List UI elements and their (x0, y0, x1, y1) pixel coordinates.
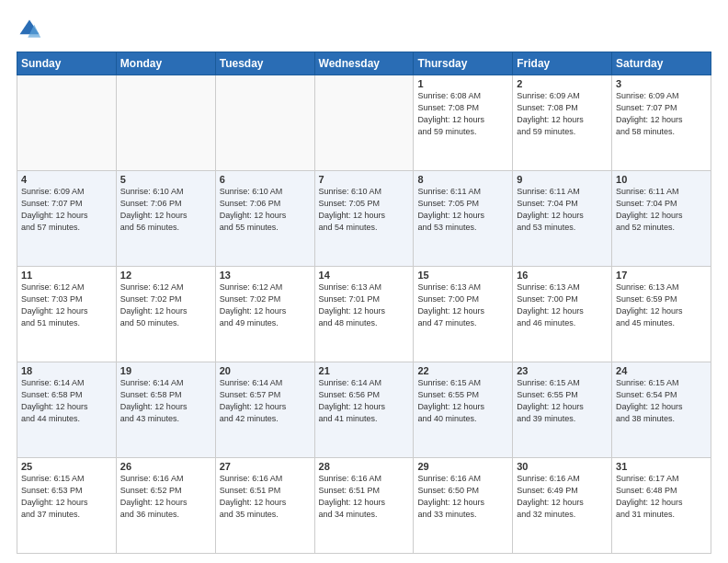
day-number: 25 (21, 461, 112, 472)
calendar-week-row: 1Sunrise: 6:08 AM Sunset: 7:08 PM Daylig… (17, 75, 711, 171)
day-number: 10 (616, 174, 707, 185)
calendar-header-sunday: Sunday (17, 52, 117, 75)
day-number: 7 (319, 174, 410, 185)
calendar-cell: 16Sunrise: 6:13 AM Sunset: 7:00 PM Dayli… (513, 267, 612, 362)
day-number: 13 (220, 270, 311, 281)
calendar-cell: 27Sunrise: 6:16 AM Sunset: 6:51 PM Dayli… (215, 458, 314, 554)
calendar-cell: 10Sunrise: 6:11 AM Sunset: 7:04 PM Dayli… (612, 171, 711, 267)
day-info: Sunrise: 6:14 AM Sunset: 6:57 PM Dayligh… (220, 377, 311, 425)
calendar-cell: 4Sunrise: 6:09 AM Sunset: 7:07 PM Daylig… (17, 171, 117, 267)
calendar-week-row: 11Sunrise: 6:12 AM Sunset: 7:03 PM Dayli… (17, 267, 711, 362)
day-number: 5 (120, 174, 211, 185)
calendar-cell: 1Sunrise: 6:08 AM Sunset: 7:08 PM Daylig… (414, 75, 513, 171)
calendar-cell: 22Sunrise: 6:15 AM Sunset: 6:55 PM Dayli… (414, 362, 513, 458)
day-info: Sunrise: 6:13 AM Sunset: 7:00 PM Dayligh… (517, 282, 608, 329)
calendar-cell: 29Sunrise: 6:16 AM Sunset: 6:50 PM Dayli… (414, 458, 513, 554)
day-number: 3 (616, 78, 707, 89)
day-info: Sunrise: 6:17 AM Sunset: 6:48 PM Dayligh… (616, 473, 707, 521)
day-number: 6 (220, 174, 311, 185)
day-number: 20 (220, 365, 311, 376)
day-info: Sunrise: 6:10 AM Sunset: 7:06 PM Dayligh… (120, 186, 211, 234)
day-number: 26 (120, 461, 211, 472)
calendar-cell: 14Sunrise: 6:13 AM Sunset: 7:01 PM Dayli… (314, 267, 414, 362)
calendar-cell: 3Sunrise: 6:09 AM Sunset: 7:07 PM Daylig… (612, 75, 711, 171)
calendar-cell: 12Sunrise: 6:12 AM Sunset: 7:02 PM Dayli… (116, 267, 215, 362)
calendar-cell: 9Sunrise: 6:11 AM Sunset: 7:04 PM Daylig… (513, 171, 612, 267)
calendar-cell: 6Sunrise: 6:10 AM Sunset: 7:06 PM Daylig… (215, 171, 314, 267)
day-number: 16 (517, 270, 608, 281)
calendar-week-row: 25Sunrise: 6:15 AM Sunset: 6:53 PM Dayli… (17, 458, 711, 554)
calendar-cell: 30Sunrise: 6:16 AM Sunset: 6:49 PM Dayli… (513, 458, 612, 554)
day-info: Sunrise: 6:09 AM Sunset: 7:07 PM Dayligh… (616, 90, 707, 138)
calendar-cell: 28Sunrise: 6:16 AM Sunset: 6:51 PM Dayli… (314, 458, 414, 554)
calendar-week-row: 4Sunrise: 6:09 AM Sunset: 7:07 PM Daylig… (17, 171, 711, 267)
day-info: Sunrise: 6:15 AM Sunset: 6:53 PM Dayligh… (21, 473, 112, 521)
day-info: Sunrise: 6:11 AM Sunset: 7:04 PM Dayligh… (616, 186, 707, 234)
day-number: 29 (417, 461, 508, 472)
day-info: Sunrise: 6:14 AM Sunset: 6:58 PM Dayligh… (120, 377, 211, 425)
day-info: Sunrise: 6:12 AM Sunset: 7:03 PM Dayligh… (21, 282, 112, 329)
day-number: 22 (417, 365, 508, 376)
day-info: Sunrise: 6:09 AM Sunset: 7:07 PM Dayligh… (21, 186, 112, 234)
calendar-header-thursday: Thursday (414, 52, 513, 75)
calendar-cell: 11Sunrise: 6:12 AM Sunset: 7:03 PM Dayli… (17, 267, 117, 362)
calendar-header-saturday: Saturday (612, 52, 711, 75)
day-number: 11 (21, 270, 112, 281)
day-number: 15 (417, 270, 508, 281)
day-info: Sunrise: 6:13 AM Sunset: 6:59 PM Dayligh… (616, 282, 707, 329)
day-number: 4 (21, 174, 112, 185)
day-info: Sunrise: 6:14 AM Sunset: 6:58 PM Dayligh… (21, 377, 112, 425)
day-info: Sunrise: 6:16 AM Sunset: 6:51 PM Dayligh… (319, 473, 410, 521)
calendar-header-tuesday: Tuesday (215, 52, 314, 75)
day-info: Sunrise: 6:10 AM Sunset: 7:05 PM Dayligh… (319, 186, 410, 234)
day-info: Sunrise: 6:16 AM Sunset: 6:49 PM Dayligh… (517, 473, 608, 521)
calendar-header-monday: Monday (116, 52, 215, 75)
logo-icon (17, 17, 42, 42)
day-info: Sunrise: 6:12 AM Sunset: 7:02 PM Dayligh… (220, 282, 311, 329)
logo (17, 17, 46, 42)
calendar-header-wednesday: Wednesday (314, 52, 414, 75)
calendar-cell: 21Sunrise: 6:14 AM Sunset: 6:56 PM Dayli… (314, 362, 414, 458)
day-info: Sunrise: 6:12 AM Sunset: 7:02 PM Dayligh… (120, 282, 211, 329)
calendar-cell: 7Sunrise: 6:10 AM Sunset: 7:05 PM Daylig… (314, 171, 414, 267)
calendar-table: SundayMondayTuesdayWednesdayThursdayFrid… (17, 52, 711, 554)
day-info: Sunrise: 6:16 AM Sunset: 6:50 PM Dayligh… (417, 473, 508, 521)
day-number: 31 (616, 461, 707, 472)
calendar-cell: 2Sunrise: 6:09 AM Sunset: 7:08 PM Daylig… (513, 75, 612, 171)
page: SundayMondayTuesdayWednesdayThursdayFrid… (0, 0, 728, 563)
day-info: Sunrise: 6:08 AM Sunset: 7:08 PM Dayligh… (417, 90, 508, 138)
calendar-cell: 18Sunrise: 6:14 AM Sunset: 6:58 PM Dayli… (17, 362, 117, 458)
day-number: 2 (517, 78, 608, 89)
day-info: Sunrise: 6:14 AM Sunset: 6:56 PM Dayligh… (319, 377, 410, 425)
day-number: 27 (220, 461, 311, 472)
calendar-cell: 26Sunrise: 6:16 AM Sunset: 6:52 PM Dayli… (116, 458, 215, 554)
calendar-cell: 19Sunrise: 6:14 AM Sunset: 6:58 PM Dayli… (116, 362, 215, 458)
day-info: Sunrise: 6:15 AM Sunset: 6:55 PM Dayligh… (517, 377, 608, 425)
day-number: 21 (319, 365, 410, 376)
day-number: 28 (319, 461, 410, 472)
header (17, 17, 711, 42)
day-info: Sunrise: 6:10 AM Sunset: 7:06 PM Dayligh… (220, 186, 311, 234)
calendar-cell (17, 75, 117, 171)
calendar-cell: 13Sunrise: 6:12 AM Sunset: 7:02 PM Dayli… (215, 267, 314, 362)
day-number: 24 (616, 365, 707, 376)
calendar-cell: 24Sunrise: 6:15 AM Sunset: 6:54 PM Dayli… (612, 362, 711, 458)
day-info: Sunrise: 6:11 AM Sunset: 7:05 PM Dayligh… (417, 186, 508, 234)
day-info: Sunrise: 6:15 AM Sunset: 6:55 PM Dayligh… (417, 377, 508, 425)
day-info: Sunrise: 6:15 AM Sunset: 6:54 PM Dayligh… (616, 377, 707, 425)
calendar-cell: 5Sunrise: 6:10 AM Sunset: 7:06 PM Daylig… (116, 171, 215, 267)
day-number: 9 (517, 174, 608, 185)
calendar-cell: 23Sunrise: 6:15 AM Sunset: 6:55 PM Dayli… (513, 362, 612, 458)
day-number: 23 (517, 365, 608, 376)
day-number: 18 (21, 365, 112, 376)
calendar-cell: 20Sunrise: 6:14 AM Sunset: 6:57 PM Dayli… (215, 362, 314, 458)
calendar-header-friday: Friday (513, 52, 612, 75)
day-number: 12 (120, 270, 211, 281)
day-info: Sunrise: 6:16 AM Sunset: 6:52 PM Dayligh… (120, 473, 211, 521)
day-info: Sunrise: 6:09 AM Sunset: 7:08 PM Dayligh… (517, 90, 608, 138)
day-number: 17 (616, 270, 707, 281)
day-info: Sunrise: 6:11 AM Sunset: 7:04 PM Dayligh… (517, 186, 608, 234)
day-number: 1 (417, 78, 508, 89)
calendar-cell: 25Sunrise: 6:15 AM Sunset: 6:53 PM Dayli… (17, 458, 117, 554)
calendar-cell: 31Sunrise: 6:17 AM Sunset: 6:48 PM Dayli… (612, 458, 711, 554)
